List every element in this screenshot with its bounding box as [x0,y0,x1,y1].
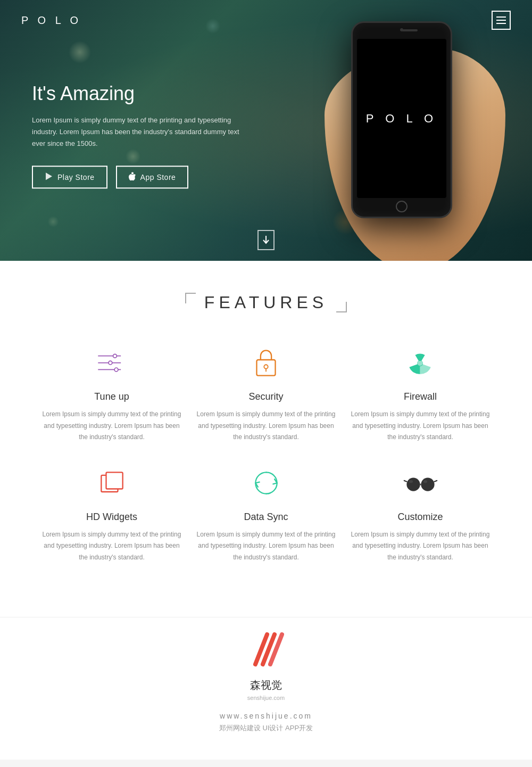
hero-buttons: Play Store App Store [32,166,245,189]
footer-website: www.senshijue.com [220,712,312,720]
svg-marker-0 [46,173,52,180]
feature-customize: Customize Lorem Ipsum is simply dummy te… [348,465,492,564]
svg-point-14 [418,360,422,365]
hero-section: P O L O It's Amazing Lorem Ipsum is simp… [0,0,532,261]
tune-up-icon [93,344,130,382]
hd-widgets-desc: Lorem Ipsum is simply dummy text of the … [40,529,184,564]
hero-description: Lorem Ipsum is simply dummy text of the … [32,114,245,150]
svg-point-6 [109,361,112,365]
brand-name: 森视觉 [250,678,282,692]
svg-point-18 [421,478,434,491]
play-store-label: Play Store [57,173,95,182]
svg-line-21 [434,481,437,482]
corner-decoration-br [336,302,347,312]
brand-logo [245,628,287,673]
hero-content: It's Amazing Lorem Ipsum is simply dummy… [32,83,245,188]
firewall-icon [402,344,439,382]
nav-logo: P O L O [21,14,81,27]
features-title-wrapper: FEATURES [21,293,511,312]
svg-point-8 [114,368,118,372]
feature-data-sync: Data Sync Lorem Ipsum is simply dummy te… [194,465,338,564]
feature-firewall: Firewall Lorem Ipsum is simply dummy tex… [348,344,492,443]
svg-rect-9 [256,360,275,376]
customize-desc: Lorem Ipsum is simply dummy text of the … [348,529,492,564]
security-icon [247,344,285,382]
brand-url-small: senshijue.com [247,695,285,701]
feature-tune-up: Tune up Lorem Ipsum is simply dummy text… [40,344,184,443]
scroll-down-button[interactable] [257,230,275,250]
footer-tagline: 郑州网站建设 UI设计 APP开发 [219,723,313,733]
apple-icon [129,172,136,183]
firewall-desc: Lorem Ipsum is simply dummy text of the … [348,409,492,443]
android-icon [45,172,53,183]
tune-up-name: Tune up [94,391,129,402]
security-name: Security [248,391,283,402]
svg-point-4 [113,354,117,358]
customize-name: Customize [397,512,443,523]
svg-point-17 [406,478,420,491]
features-title: FEATURES [204,293,328,312]
features-section: FEATURES Tune up Lorem Ipsum is simply d… [0,261,532,617]
svg-point-1 [131,172,134,175]
hamburger-icon [496,17,506,24]
security-desc: Lorem Ipsum is simply dummy text of the … [194,409,338,443]
play-store-button[interactable]: Play Store [32,166,107,189]
svg-point-10 [264,365,268,368]
phone-body: P O L O [351,21,452,218]
navigation: P O L O [0,0,532,40]
tune-up-desc: Lorem Ipsum is simply dummy text of the … [40,409,184,443]
footer-logo-section: 森视觉 senshijue.com www.senshijue.com 郑州网站… [0,617,532,760]
svg-rect-16 [106,473,122,489]
svg-point-22 [409,480,412,483]
features-grid: Tune up Lorem Ipsum is simply dummy text… [40,344,492,564]
phone-mockup: P O L O [340,5,489,261]
menu-button[interactable] [492,11,511,30]
phone-home-button [396,201,408,212]
hero-title: It's Amazing [32,83,245,105]
app-store-button[interactable]: App Store [116,166,189,189]
hd-widgets-icon [93,465,130,502]
phone-screen: P O L O [357,39,446,198]
phone-logo: P O L O [366,112,437,126]
firewall-name: Firewall [404,391,437,402]
feature-hd-widgets: HD Widgets Lorem Ipsum is simply dummy t… [40,465,184,564]
hd-widgets-name: HD Widgets [86,512,137,523]
data-sync-icon [247,465,285,502]
data-sync-name: Data Sync [244,512,288,523]
customize-icon [402,465,439,502]
feature-security: Security Lorem Ipsum is simply dummy tex… [194,344,338,443]
svg-line-20 [404,481,406,482]
data-sync-desc: Lorem Ipsum is simply dummy text of the … [194,529,338,564]
app-store-label: App Store [140,173,176,182]
svg-point-23 [423,480,427,483]
scroll-arrow-box [257,230,275,250]
corner-decoration-tl [185,293,196,303]
